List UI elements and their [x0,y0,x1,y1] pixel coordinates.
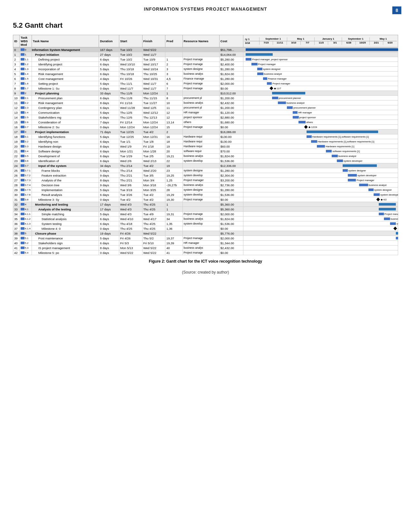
cell-duration: 0 days [99,197,119,202]
cell-cost: $0.00 [219,197,243,202]
cell-id: 13 [13,110,20,115]
cell-finish: Thu 10/25 [142,72,165,76]
cell-pred: 7 [165,86,182,91]
cell-chart [243,163,398,168]
cell-resource [182,226,219,231]
cell-finish: Wed 2/20 [142,168,165,173]
cell-pred: 22 [165,159,182,163]
cell-resource: system develop [182,173,219,178]
cell-cost: $1,824.00 [219,217,243,221]
gantt-table: ID TaskWBSMod Task Name Duration Start F… [13,35,398,255]
cell-name: Milestone 3: Sy [32,197,99,202]
cell-wbs: 3.7.2 [20,173,32,178]
cell-duration: 8 days [99,101,119,105]
cell-pred: 19 [165,144,182,149]
cell-cost: $1,680.00 [219,120,243,125]
cell-chart: Hardware requirements [1] [243,144,398,149]
cell-wbs: 3.3 [20,144,32,149]
cell-pred: 1 [165,207,182,212]
cell-resource: Project manage [182,197,219,202]
cell-finish: Mon 3/25 [142,188,165,192]
cell-pred: 40 [165,246,182,250]
cell-chart: Project manager [243,212,398,217]
cell-id: 17 [13,130,20,134]
cell-finish: Wed 11/7 [142,86,165,91]
cell-chart: Project manager [243,81,398,86]
cell-resource: business analys [182,154,219,159]
cell-cost: $2,432.00 [219,101,243,105]
cell-wbs: 1.6 [20,81,32,86]
cell-duration: 6 days [99,57,119,62]
cell-wbs: 2 [20,91,32,96]
cell-duration: 6 days [99,62,119,67]
figure-caption: Figure 2: Gantt chart for the ICT voice … [13,259,398,264]
cell-id: 2 [13,57,20,62]
cell-duration: 8 days [99,246,119,250]
cell-duration: 5 days [99,67,119,72]
cell-duration: 6 days [99,192,119,197]
col-header-resource: Resource Names [182,35,219,47]
cell-resource: HR manager [182,241,219,246]
cell-name: Cost management [32,76,99,81]
cell-pred: 19,25 [165,173,182,178]
section-title: 5.2 Gantt chart [13,21,398,30]
cell-chart: Finance manager [243,76,398,81]
cell-wbs: 1.2 [20,62,32,67]
cell-name: Milestone 5: po [32,250,99,255]
cell-start: Tue 10/2 [119,47,142,52]
cell-chart: Project manager [243,178,398,183]
cell-id: 6 [13,76,20,81]
cell-duration: 6 days [99,149,119,154]
cell-cost: $2,736.00 [219,183,243,188]
cell-start: Tue 1/29 [119,154,142,159]
cell-wbs: 3.7.6 [20,192,32,197]
cell-name: Result analysis [32,192,99,197]
cell-id: 22 [13,154,20,159]
cell-chart: ◆ 11/7 [243,86,398,91]
cell-start: Wed 4/3 [119,202,142,207]
cell-name: Risk management [32,72,99,76]
cell-name: System testing [32,221,99,226]
cell-wbs: 4.1.4 [20,226,32,231]
cell-cost: $0.00 [219,226,243,231]
cell-name: Identifying project [32,62,99,67]
cell-start: Tue 3/19 [119,188,142,192]
cell-wbs: 1.1 [20,57,32,62]
cell-duration: 6 days [99,105,119,110]
cell-start: Wed 4/3 [119,212,142,217]
cell-wbs: 1.7 [20,86,32,91]
cell-id: 29 [13,188,20,192]
cell-id: 34 [13,212,20,217]
cell-finish: Tue 4/9 [142,212,165,217]
cell-duration: 7 days [99,120,119,125]
cell-start: Thu 2/21 [119,178,142,183]
page-number: 8 [392,6,401,14]
cell-duration: 5 days [99,236,119,241]
cell-pred: 19,39 [165,241,182,246]
cell-pred: 11 [165,105,182,110]
cell-cost: $2,000.00 [219,81,243,86]
cell-finish: Thu 12/13 [142,115,165,120]
cell-chart: software requirements [1] [243,149,398,154]
cell-finish: Tue 10/9 [142,57,165,62]
cell-finish: Wed 12/5 [142,105,165,110]
col-header-chart: ry 1 September 1 May 1 January 1 Septemb… [243,35,398,47]
cell-duration: 6 days [99,96,119,101]
cell-pred: 1 [165,57,182,62]
cell-duration: 6 days [99,139,119,144]
cell-start: Tue 1/1 [119,139,142,144]
cell-pred: 1 [165,91,182,96]
cell-cost: $2,400.00 [219,62,243,67]
cell-start: Wed 5/22 [119,250,142,255]
cell-cost: $130.00 [219,134,243,139]
cell-wbs: 4 [20,202,32,207]
cell-pred: 1,25 [165,178,182,183]
cell-name: Contingency plan [32,105,99,110]
cell-id: 15 [13,120,20,125]
cell-cost: $16,086.00 [219,130,243,134]
cell-id: 27 [13,178,20,183]
cell-finish: Thu 4/25 [142,202,165,207]
cell-chart: Project manager [243,236,398,241]
col-header-finish: Finish [142,35,165,47]
cell-duration: 0 days [99,250,119,255]
